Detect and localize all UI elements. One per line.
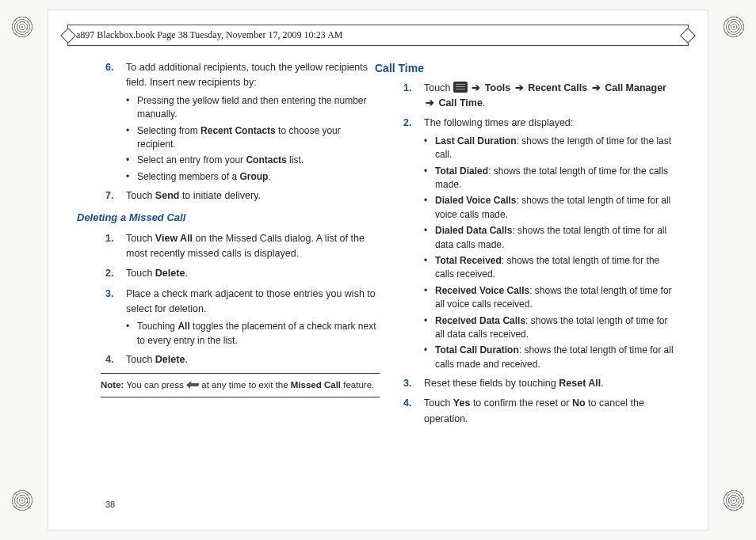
list-item: 4. Touch Yes to confirm the reset or No … bbox=[403, 396, 678, 427]
body-text: list. bbox=[287, 154, 304, 165]
body-text: to initiate delivery. bbox=[179, 190, 261, 201]
body-text: Touch bbox=[424, 82, 453, 93]
step-number: 7. bbox=[105, 188, 113, 203]
list-item: 1. Touch View All on the Missed Calls di… bbox=[105, 231, 380, 262]
bold-term: Yes bbox=[453, 397, 471, 409]
step-number: 4. bbox=[105, 352, 113, 367]
list-item: 1. Touch ➔ Tools ➔ Recent Calls ➔ Call M… bbox=[403, 81, 678, 112]
bold-term: Dialed Voice Calls bbox=[435, 195, 517, 206]
registration-mark-icon bbox=[11, 489, 33, 511]
list-item: Total Received: shows the total length o… bbox=[424, 254, 678, 282]
body-text: . bbox=[483, 97, 485, 108]
body-text: Touch bbox=[126, 354, 155, 365]
step-number: 4. bbox=[403, 396, 411, 411]
step-number: 2. bbox=[403, 116, 411, 131]
section-heading-call-time: Call Time bbox=[375, 60, 678, 78]
body-text: Reset these fields by touching bbox=[424, 378, 559, 389]
list-item: 4. Touch Delete. bbox=[105, 352, 380, 367]
note-block: Note: You can press at any time to exit … bbox=[101, 377, 380, 396]
bold-term: Call Time bbox=[438, 97, 482, 108]
body-text: Touch bbox=[126, 190, 155, 201]
body-text: at any time to exit the bbox=[199, 380, 291, 390]
page-number: 38 bbox=[105, 500, 115, 509]
bold-term: Recent Calls bbox=[528, 82, 587, 93]
bold-term: Send bbox=[155, 190, 180, 201]
list-item: 6. To add additional recipients, touch t… bbox=[105, 60, 380, 184]
running-header: a897 Blackbox.book Page 38 Tuesday, Nove… bbox=[67, 25, 689, 46]
horizontal-rule bbox=[101, 397, 380, 397]
body-text: Touch bbox=[126, 268, 155, 279]
step-number: 6. bbox=[105, 60, 113, 75]
body-text: Touch bbox=[424, 397, 453, 409]
body-text: . bbox=[185, 354, 187, 365]
right-column: Call Time 1. Touch ➔ Tools ➔ Recent Call… bbox=[403, 60, 678, 432]
body-text: Place a check mark adjacent to those ent… bbox=[126, 288, 376, 314]
horizontal-rule bbox=[101, 373, 380, 374]
body-text: Select an entry from your bbox=[137, 154, 246, 165]
body-text: . bbox=[268, 171, 270, 182]
list-item: Touching All toggles the placement of a … bbox=[126, 320, 380, 348]
bold-term: Missed Call bbox=[291, 380, 341, 390]
body-text: The following times are displayed: bbox=[424, 117, 573, 128]
body-text: to confirm the reset or bbox=[470, 397, 572, 409]
arrow-icon: ➔ bbox=[424, 97, 436, 108]
bold-term: Received Voice Calls bbox=[435, 285, 529, 296]
bold-term: Total Received bbox=[435, 255, 502, 266]
registration-mark-icon bbox=[11, 16, 33, 38]
bold-term: Group bbox=[239, 171, 268, 182]
step-number: 1. bbox=[403, 81, 411, 96]
bold-term: Call Manager bbox=[605, 82, 666, 93]
arrow-icon: ➔ bbox=[590, 82, 602, 93]
list-item: 2. Touch Delete. bbox=[105, 266, 380, 281]
subheading-deleting-missed-call: Deleting a Missed Call bbox=[77, 210, 380, 226]
page: a897 Blackbox.book Page 38 Tuesday, Nove… bbox=[48, 10, 708, 530]
bold-term: Dialed Data Calls bbox=[435, 225, 512, 236]
list-item: Selecting from Recent Contacts to choose… bbox=[126, 124, 380, 152]
list-item: Selecting members of a Group. bbox=[126, 170, 380, 184]
body-text: You can press bbox=[124, 380, 186, 390]
list-item: 7. Touch Send to initiate delivery. bbox=[105, 188, 380, 203]
list-item: Total Dialed: shows the total length of … bbox=[424, 165, 678, 192]
body-text: Selecting members of a bbox=[137, 171, 239, 182]
header-text: a897 Blackbox.book Page 38 Tuesday, Nove… bbox=[76, 29, 343, 40]
step-number: 2. bbox=[105, 266, 113, 281]
list-item: 3. Reset these fields by touching Reset … bbox=[403, 376, 678, 391]
bold-term: All bbox=[178, 321, 189, 332]
step-number: 1. bbox=[105, 231, 113, 246]
body-text: . bbox=[185, 268, 187, 279]
menu-icon bbox=[453, 82, 468, 93]
bold-term: No bbox=[572, 397, 586, 409]
body-text: feature. bbox=[341, 380, 374, 390]
list-item: Received Data Calls: shows the total len… bbox=[424, 314, 678, 342]
step-number: 3. bbox=[403, 376, 411, 391]
back-key-icon bbox=[185, 381, 200, 389]
list-item: Total Call Duration: shows the total len… bbox=[424, 344, 678, 371]
body-text: Pressing the yellow field and then enter… bbox=[137, 95, 367, 120]
bold-term: Contacts bbox=[246, 154, 286, 165]
list-item: 2. The following times are displayed: La… bbox=[403, 116, 678, 371]
list-item: Pressing the yellow field and then enter… bbox=[126, 94, 380, 122]
content-area: 6. To add additional recipients, touch t… bbox=[48, 46, 708, 432]
arrow-icon: ➔ bbox=[470, 82, 482, 93]
list-item: Received Voice Calls: shows the total le… bbox=[424, 284, 678, 312]
bold-term: Tools bbox=[485, 82, 510, 93]
note-label: Note: bbox=[101, 380, 124, 390]
body-text: . bbox=[601, 378, 603, 389]
list-item: Select an entry from your Contacts list. bbox=[126, 154, 380, 167]
bold-term: View All bbox=[155, 233, 193, 244]
list-item: Dialed Data Calls: shows the total lengt… bbox=[424, 224, 678, 252]
list-item: Last Call Duration: shows the length of … bbox=[424, 135, 678, 162]
body-text: Touch bbox=[126, 233, 155, 244]
body-text: Touching bbox=[137, 321, 178, 332]
bold-term: Recent Contacts bbox=[200, 125, 276, 136]
bold-term: Total Dialed bbox=[435, 165, 488, 177]
step-number: 3. bbox=[105, 287, 113, 302]
bold-term: Total Call Duration bbox=[435, 344, 519, 356]
bold-term: Received Data Calls bbox=[435, 315, 525, 326]
registration-mark-icon bbox=[723, 16, 745, 38]
body-text: To add additional recipients, touch the … bbox=[126, 62, 368, 88]
bold-term: Delete bbox=[155, 354, 185, 365]
bold-term: Reset All bbox=[559, 378, 601, 389]
bold-term: Delete bbox=[155, 268, 185, 279]
list-item: 3. Place a check mark adjacent to those … bbox=[105, 287, 380, 348]
